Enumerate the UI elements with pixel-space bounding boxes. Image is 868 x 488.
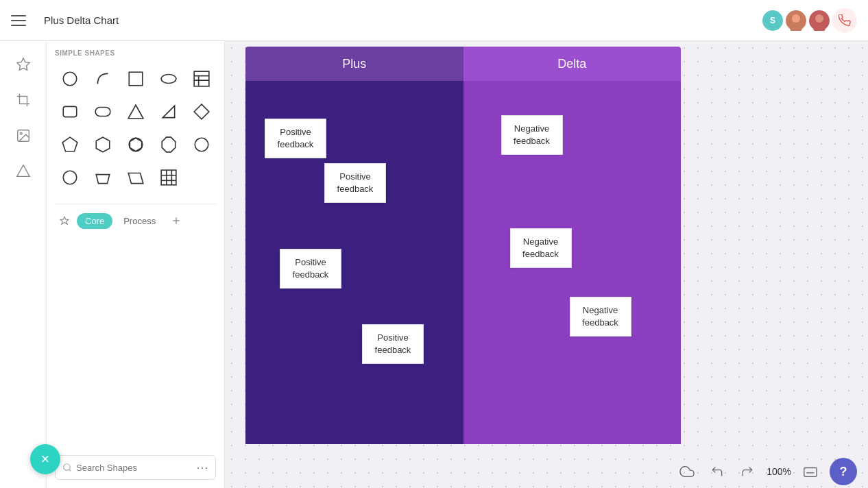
triangle-shape[interactable]	[121, 97, 151, 127]
svg-rect-11	[194, 71, 209, 86]
header: Plus Delta Chart S	[0, 0, 868, 41]
note-negative-1[interactable]: Negativefeedback	[501, 115, 563, 155]
oval-shape[interactable]	[55, 162, 85, 193]
parallelogram-shape[interactable]	[121, 162, 151, 193]
chart-header: Plus Delta	[245, 47, 681, 81]
undo-icon[interactable]	[706, 461, 728, 483]
svg-point-3	[813, 23, 825, 31]
square-shape[interactable]	[121, 64, 151, 94]
diamond-shape[interactable]	[186, 97, 217, 127]
note-negative-2[interactable]: Negativefeedback	[510, 228, 572, 268]
svg-marker-17	[128, 105, 143, 119]
svg-marker-34	[60, 217, 69, 224]
grid-shape[interactable]	[154, 162, 184, 193]
redo-icon[interactable]	[736, 461, 758, 483]
svg-marker-7	[16, 165, 29, 177]
note-negative-3[interactable]: Negativefeedback	[570, 297, 631, 337]
bottom-bar: 100% ?	[665, 455, 868, 488]
left-sidebar	[0, 41, 47, 488]
svg-point-1	[790, 23, 802, 31]
search-icon	[62, 463, 72, 472]
table-shape[interactable]	[186, 64, 217, 94]
svg-point-37	[64, 464, 70, 470]
image-icon[interactable]	[8, 121, 38, 151]
svg-point-26	[63, 171, 77, 184]
svg-marker-20	[62, 137, 77, 151]
favorite-tab-icon[interactable]	[55, 211, 74, 230]
arc-shape[interactable]	[88, 64, 118, 94]
svg-line-38	[69, 469, 71, 472]
svg-point-2	[815, 14, 823, 23]
main-area: Simple Shapes	[0, 41, 868, 488]
shape-panel: Simple Shapes	[47, 41, 225, 488]
svg-point-25	[195, 138, 208, 151]
chart-delta-header: Delta	[463, 47, 682, 81]
cloud-icon[interactable]	[676, 461, 698, 483]
chart-body: Positivefeedback Positivefeedback Positi…	[245, 81, 681, 444]
svg-rect-39	[804, 468, 817, 477]
right-triangle-shape[interactable]	[154, 97, 184, 127]
collaborators: S	[762, 8, 857, 33]
svg-marker-18	[162, 106, 174, 117]
search-input[interactable]	[76, 463, 192, 473]
decagon-shape[interactable]	[186, 130, 217, 160]
zoom-level: 100%	[767, 466, 791, 477]
page-title: Plus Delta Chart	[44, 14, 119, 26]
svg-marker-21	[96, 137, 110, 152]
svg-marker-23	[130, 138, 141, 151]
svg-rect-9	[129, 72, 143, 86]
panel-section-label: Simple Shapes	[55, 49, 216, 57]
crop-icon[interactable]	[8, 85, 38, 115]
add-tab-icon[interactable]	[167, 211, 186, 230]
svg-point-22	[129, 138, 143, 151]
chart-plus-column: Positivefeedback Positivefeedback Positi…	[245, 81, 463, 444]
svg-marker-27	[96, 175, 110, 184]
star-icon[interactable]	[8, 49, 38, 80]
heptagon-shape[interactable]	[121, 130, 151, 160]
search-more-icon[interactable]: ⋯	[196, 460, 208, 475]
svg-marker-4	[16, 58, 29, 70]
fab-close-button[interactable]: ×	[30, 444, 60, 474]
circle-shape[interactable]	[55, 64, 85, 94]
svg-marker-19	[194, 104, 209, 119]
note-positive-2[interactable]: Positivefeedback	[324, 163, 386, 203]
svg-marker-28	[128, 173, 143, 184]
note-positive-3[interactable]: Positivefeedback	[280, 249, 341, 289]
chart-delta-column: Negativefeedback Negativefeedback Negati…	[463, 81, 682, 444]
call-button[interactable]	[832, 8, 857, 33]
canvas[interactable]: Plus Delta Positivefeedback Positivefeed…	[225, 41, 868, 488]
octagon-shape[interactable]	[154, 130, 184, 160]
svg-point-6	[20, 132, 22, 134]
chart-plus-header: Plus	[245, 47, 463, 81]
avatar-s[interactable]: S	[762, 10, 783, 31]
ellipse-shape[interactable]	[154, 64, 184, 94]
plus-delta-chart: Plus Delta Positivefeedback Positivefeed…	[245, 47, 681, 444]
note-positive-4[interactable]: Positivefeedback	[362, 324, 424, 364]
note-positive-1[interactable]: Positivefeedback	[265, 119, 326, 158]
help-button[interactable]: ?	[830, 458, 857, 485]
tab-core[interactable]: Core	[77, 213, 112, 229]
search-shapes-row: ⋯	[55, 455, 216, 480]
avatar-1[interactable]	[786, 10, 806, 31]
hexagon-shape[interactable]	[88, 130, 118, 160]
svg-rect-16	[95, 108, 110, 117]
menu-button[interactable]	[11, 10, 33, 32]
tab-process[interactable]: Process	[115, 213, 164, 229]
shapes-grid	[55, 64, 216, 193]
tabs-row: Core Process	[55, 204, 216, 230]
svg-point-10	[161, 75, 176, 84]
svg-rect-29	[161, 170, 176, 185]
svg-point-0	[792, 14, 800, 23]
rounded-rect-shape[interactable]	[55, 97, 85, 127]
pill-shape[interactable]	[88, 97, 118, 127]
pentagon-shape[interactable]	[55, 130, 85, 160]
keyboard-icon[interactable]	[799, 461, 821, 483]
shapes-icon[interactable]	[8, 156, 38, 186]
svg-marker-24	[162, 137, 176, 152]
svg-point-8	[63, 72, 77, 86]
trapezoid-shape[interactable]	[88, 162, 118, 193]
svg-rect-15	[63, 106, 77, 117]
avatar-2[interactable]	[809, 10, 830, 31]
